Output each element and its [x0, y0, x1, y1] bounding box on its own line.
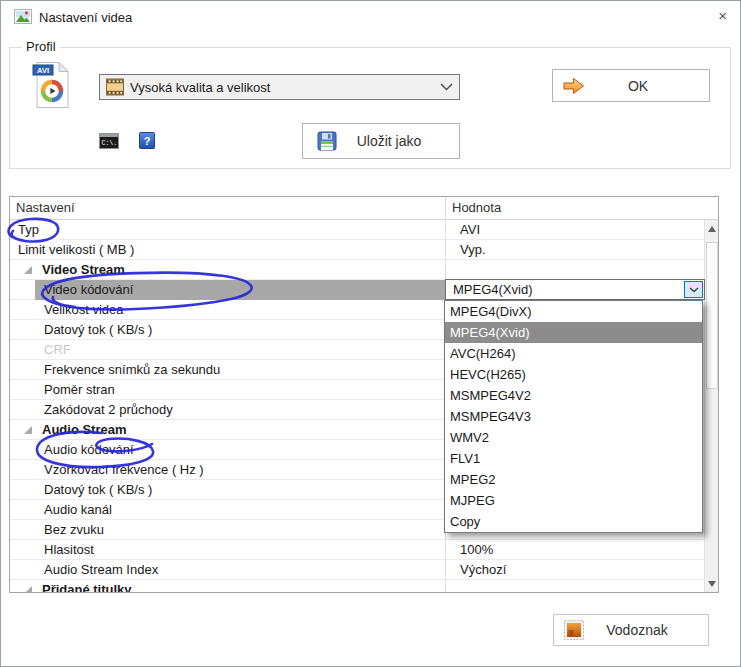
scroll-up-button[interactable] — [705, 220, 719, 237]
arrow-down-icon — [708, 581, 716, 587]
ok-button-label: OK — [585, 78, 709, 94]
svg-text:?: ? — [144, 135, 151, 147]
svg-text:C:\.: C:\. — [102, 140, 118, 147]
chevron-down-icon — [440, 83, 453, 91]
table-row-volume[interactable]: Hlasitost 100% — [10, 540, 704, 560]
video-codec-dropdown-list: MPEG4(DivX) MPEG4(Xvid) AVC(H264) HEVC(H… — [444, 300, 703, 533]
dropdown-item[interactable]: MJPEG — [445, 490, 702, 511]
avi-file-icon: AVI — [32, 61, 72, 109]
dropdown-item[interactable]: MPEG2 — [445, 469, 702, 490]
watermark-image-icon — [564, 620, 584, 640]
svg-text:AVI: AVI — [37, 66, 49, 75]
video-codec-value: MPEG4(Xvid) — [453, 281, 532, 299]
profile-group-label: Profil — [22, 39, 60, 54]
close-icon[interactable]: × — [718, 8, 727, 24]
table-row-audio-stream-index[interactable]: Audio Stream Index Výchozí — [10, 560, 704, 580]
scrollbar-thumb[interactable] — [706, 242, 718, 389]
ok-button[interactable]: OK — [552, 69, 710, 102]
combobox-dropdown-button[interactable] — [684, 281, 703, 298]
video-settings-dialog: Nastavení videa × Profil AVI — [0, 0, 741, 667]
table-header: Nastavení Hodnota — [10, 197, 718, 220]
save-as-button-label: Uložit jako — [337, 133, 459, 149]
profile-group: Profil AVI — [9, 47, 731, 169]
dropdown-item-highlighted[interactable]: MPEG4(Xvid) — [445, 322, 702, 343]
window-title: Nastavení videa — [39, 10, 132, 25]
chevron-down-icon — [689, 287, 699, 293]
table-row-typ[interactable]: Typ AVI — [10, 220, 704, 240]
video-codec-combobox[interactable]: MPEG4(Xvid) — [445, 279, 705, 300]
save-as-button[interactable]: Uložit jako — [302, 123, 460, 159]
picture-icon — [14, 9, 32, 24]
floppy-disk-icon — [317, 131, 337, 151]
table-group-video-stream[interactable]: Video Stream — [10, 260, 704, 280]
profile-select-value: Vysoká kvalita a velikost — [130, 80, 434, 95]
profile-select[interactable]: Vysoká kvalita a velikost — [99, 74, 460, 100]
column-header-setting: Nastavení — [16, 200, 75, 215]
dropdown-item[interactable]: MSMPEG4V2 — [445, 385, 702, 406]
help-icon[interactable]: ? — [139, 132, 155, 149]
scroll-down-button[interactable] — [705, 575, 719, 592]
expand-icon[interactable] — [24, 586, 32, 593]
title-bar: Nastavení videa × — [1, 1, 740, 31]
film-icon — [106, 78, 124, 96]
dropdown-item[interactable]: FLV1 — [445, 448, 702, 469]
dropdown-item[interactable]: AVC(H264) — [445, 343, 702, 364]
column-header-value: Hodnota — [452, 200, 501, 215]
dropdown-item[interactable]: Copy — [445, 511, 702, 532]
arrow-right-icon — [563, 77, 585, 95]
table-row-size-limit[interactable]: Limit velikosti ( MB ) Vyp. — [10, 240, 704, 260]
watermark-button-label: Vodoznak — [584, 622, 708, 638]
dropdown-item[interactable]: MPEG4(DivX) — [445, 301, 702, 322]
expand-icon[interactable] — [24, 426, 32, 434]
dropdown-item[interactable]: WMV2 — [445, 427, 702, 448]
table-row-video-codec[interactable]: Video kódování MPEG4(Xvid) — [10, 280, 704, 300]
arrow-up-icon — [708, 226, 716, 232]
table-group-added-subtitles[interactable]: Přidané titulky — [10, 580, 704, 593]
dropdown-item[interactable]: HEVC(H265) — [445, 364, 702, 385]
vertical-scrollbar[interactable] — [704, 220, 719, 592]
console-icon[interactable]: C:\. — [99, 133, 119, 149]
watermark-button[interactable]: Vodoznak — [553, 614, 709, 646]
expand-icon[interactable] — [24, 266, 32, 274]
dropdown-item[interactable]: MSMPEG4V3 — [445, 406, 702, 427]
